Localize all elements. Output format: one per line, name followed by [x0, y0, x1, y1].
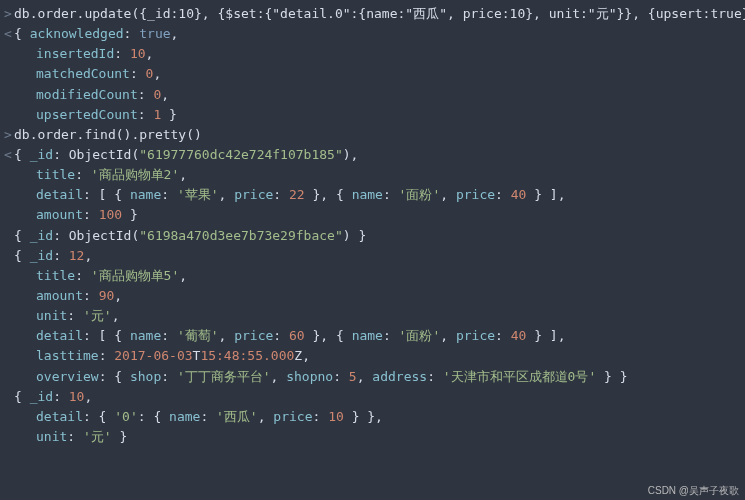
result-line: detail: { '0': { name: '西瓜', price: 10 }… — [0, 407, 745, 427]
result-line: amount: 100 } — [0, 205, 745, 225]
result-line: unit: '元', — [0, 306, 745, 326]
command-text: db.order.find().pretty() — [14, 127, 202, 142]
shell-command-line: >db.order.update({_id:10}, {$set:{"detai… — [0, 4, 745, 24]
result-line: overview: { shop: '丁丁商务平台', shopno: 5, a… — [0, 367, 745, 387]
result-line: { _id: 12, — [0, 246, 745, 266]
watermark-text: CSDN @吴声子夜歌 — [648, 483, 739, 499]
result-line: lasttime: 2017-06-03T15:48:55.000Z, — [0, 346, 745, 366]
result-line: upsertedCount: 1 } — [0, 105, 745, 125]
result-line: { _id: 10, — [0, 387, 745, 407]
result-line: <{ _id: ObjectId("61977760dc42e724f107b1… — [0, 145, 745, 165]
result-line: detail: [ { name: '葡萄', price: 60 }, { n… — [0, 326, 745, 346]
result-line: <{ acknowledged: true, — [0, 24, 745, 44]
shell-command-line: >db.order.find().pretty() — [0, 125, 745, 145]
result-line: title: '商品购物单5', — [0, 266, 745, 286]
result-line: matchedCount: 0, — [0, 64, 745, 84]
result-line: unit: '元' } — [0, 427, 745, 447]
terminal-output: >db.order.update({_id:10}, {$set:{"detai… — [0, 4, 745, 447]
command-text: db.order.update({_id:10}, {$set:{"detail… — [14, 6, 745, 21]
result-line: title: '商品购物单2', — [0, 165, 745, 185]
result-line: amount: 90, — [0, 286, 745, 306]
result-line: modifiedCount: 0, — [0, 85, 745, 105]
result-line: insertedId: 10, — [0, 44, 745, 64]
result-line: { _id: ObjectId("6198a470d3ee7b73e29fbac… — [0, 226, 745, 246]
result-line: detail: [ { name: '苹果', price: 22 }, { n… — [0, 185, 745, 205]
